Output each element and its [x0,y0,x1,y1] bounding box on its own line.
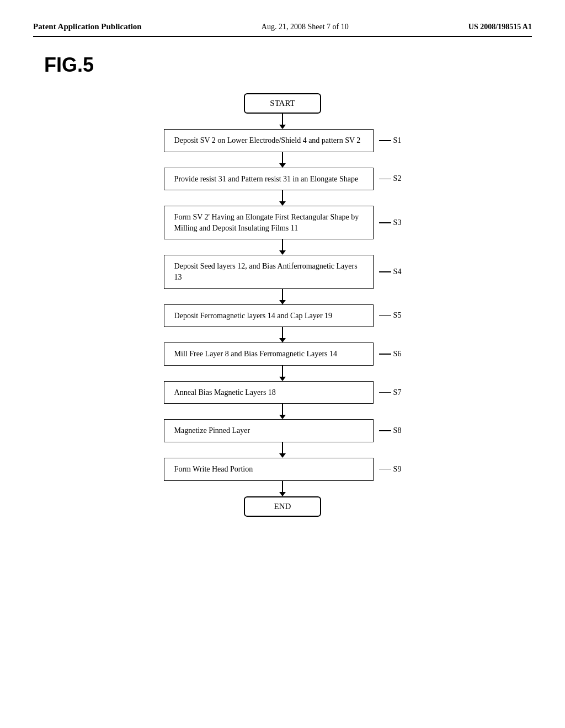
step-box-s6: Mill Free Layer 8 and Bias Ferromagnetic… [164,342,374,366]
figure-label: FIG.5 [44,53,532,77]
arrow-5 [279,327,286,342]
step-row-s2: Provide resist 31 and Pattern resist 31 … [164,168,402,191]
arrow-3 [279,239,286,255]
step-row-s8: Magnetize Pinned Layer S8 [164,419,402,442]
step-row-s9: Form Write Head Portion S9 [164,458,402,481]
step-label-s9: S9 [379,465,402,474]
step-label-s1: S1 [379,136,402,145]
step-label-s7: S7 [379,388,402,397]
step-row-s7: Anneal Bias Magnetic Layers 18 S7 [164,381,402,404]
step-box-s3: Form SV 2' Having an Elongate First Rect… [164,206,374,239]
arrow-4 [279,289,286,304]
step-box-s9: Form Write Head Portion [164,458,374,481]
header-right: US 2008/198515 A1 [468,23,532,31]
step-box-s4: Deposit Seed layers 12, and Bias Antifer… [164,255,374,288]
header-center: Aug. 21, 2008 Sheet 7 of 10 [262,23,349,31]
step-box-s5: Deposit Ferromagnetic layers 14 and Cap … [164,304,374,328]
step-row-s6: Mill Free Layer 8 and Bias Ferromagnetic… [164,342,402,366]
step-box-s1: Deposit SV 2 on Lower Electrode/Shield 4… [164,129,374,152]
step-label-s3: S3 [379,218,402,227]
arrow-8 [279,442,286,458]
step-row-s1: Deposit SV 2 on Lower Electrode/Shield 4… [164,129,402,152]
step-row-s4: Deposit Seed layers 12, and Bias Antifer… [164,255,402,288]
step-label-s6: S6 [379,350,402,358]
step-box-s8: Magnetize Pinned Layer [164,419,374,442]
step-box-s2: Provide resist 31 and Pattern resist 31 … [164,168,374,191]
step-label-s4: S4 [379,267,402,276]
page: Patent Application Publication Aug. 21, … [0,0,565,728]
end-box: END [244,496,321,517]
arrow-1 [279,152,286,168]
arrow-0 [279,114,286,129]
page-header: Patent Application Publication Aug. 21, … [33,22,532,37]
step-row-s5: Deposit Ferromagnetic layers 14 and Cap … [164,304,402,328]
step-label-s8: S8 [379,426,402,435]
arrow-7 [279,404,286,419]
step-row-s3: Form SV 2' Having an Elongate First Rect… [164,206,402,239]
step-label-s2: S2 [379,174,402,183]
step-box-s7: Anneal Bias Magnetic Layers 18 [164,381,374,404]
arrow-2 [279,190,286,206]
step-label-s5: S5 [379,311,402,320]
arrow-9 [279,481,286,496]
start-box: START [244,93,321,114]
arrow-6 [279,366,286,381]
header-left: Patent Application Publication [33,22,142,31]
flowchart: START Deposit SV 2 on Lower Electrode/Sh… [33,93,532,517]
